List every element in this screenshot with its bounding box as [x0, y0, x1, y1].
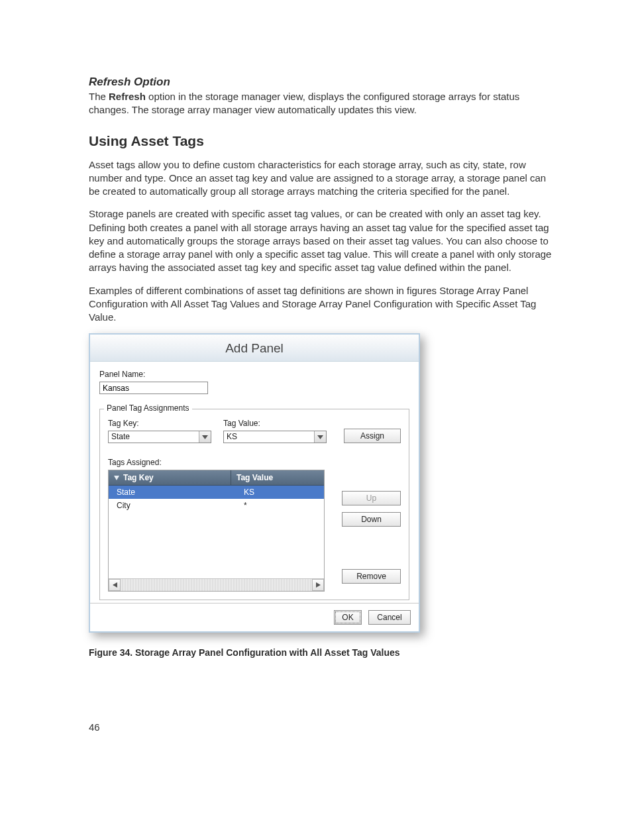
tags-assigned-table[interactable]: Tag Key Tag Value State KS — [108, 470, 325, 592]
cell-tag-value: KS — [236, 486, 324, 499]
svg-marker-0 — [202, 435, 208, 439]
tag-key-label: Tag Key: — [108, 419, 211, 428]
svg-marker-2 — [113, 582, 117, 588]
using-asset-tags-heading: Using Asset Tags — [89, 133, 553, 149]
down-button[interactable]: Down — [342, 512, 401, 527]
panel-name-input[interactable] — [99, 382, 208, 394]
fieldset-legend: Panel Tag Assignments — [104, 403, 192, 413]
add-panel-dialog-figure: Add Panel Panel Name: Panel Tag Assignme… — [89, 333, 553, 633]
scroll-right-icon[interactable] — [312, 579, 324, 591]
asset-tags-paragraph-1: Asset tags allow you to define custom ch… — [89, 158, 553, 199]
tag-value-value: KS — [224, 431, 314, 443]
cancel-button[interactable]: Cancel — [368, 610, 411, 625]
refresh-bold-word: Refresh — [109, 91, 146, 102]
remove-button[interactable]: Remove — [342, 569, 401, 584]
ok-button[interactable]: OK — [334, 610, 362, 625]
col-header-tag-value[interactable]: Tag Value — [231, 470, 324, 485]
figure-caption: Figure 34. Storage Array Panel Configura… — [89, 647, 553, 658]
refresh-option-heading: Refresh Option — [89, 76, 553, 89]
refresh-text-prefix: The — [89, 91, 109, 102]
chevron-down-icon[interactable] — [314, 431, 326, 443]
col-header-tag-key-label: Tag Key — [123, 473, 154, 482]
tag-key-combo[interactable]: State — [108, 431, 211, 443]
cell-tag-key: State — [109, 486, 236, 499]
table-row[interactable]: State KS — [109, 486, 324, 499]
refresh-option-text: The Refresh option in the storage manage… — [89, 90, 553, 117]
table-header: Tag Key Tag Value — [109, 470, 324, 486]
sort-desc-icon — [114, 476, 119, 480]
horizontal-scrollbar[interactable] — [109, 578, 324, 591]
add-panel-dialog: Add Panel Panel Name: Panel Tag Assignme… — [89, 333, 420, 633]
tags-assigned-label: Tags Assigned: — [108, 458, 401, 467]
cell-tag-value: * — [236, 499, 324, 512]
asset-tags-paragraph-2: Storage panels are created with specific… — [89, 207, 553, 274]
tag-value-combo[interactable]: KS — [223, 431, 327, 443]
panel-tag-assignments-fieldset: Panel Tag Assignments Tag Key: State — [99, 409, 409, 600]
tag-key-value: State — [109, 431, 199, 443]
asset-tags-paragraph-3: Examples of different combinations of as… — [89, 284, 553, 325]
scrollbar-track[interactable] — [121, 579, 312, 591]
svg-marker-1 — [317, 435, 323, 439]
svg-marker-3 — [316, 582, 321, 588]
panel-name-label: Panel Name: — [99, 370, 409, 379]
dialog-title: Add Panel — [90, 335, 419, 362]
table-row[interactable]: City * — [109, 499, 324, 512]
scroll-left-icon[interactable] — [109, 579, 121, 591]
cell-tag-key: City — [109, 499, 236, 512]
refresh-text-suffix: option in the storage manager view, disp… — [89, 91, 519, 115]
assign-button[interactable]: Assign — [344, 429, 401, 443]
tag-value-label: Tag Value: — [223, 419, 327, 428]
chevron-down-icon[interactable] — [199, 431, 211, 443]
up-button[interactable]: Up — [342, 491, 401, 505]
page-number: 46 — [89, 721, 553, 733]
col-header-tag-key[interactable]: Tag Key — [109, 470, 231, 485]
